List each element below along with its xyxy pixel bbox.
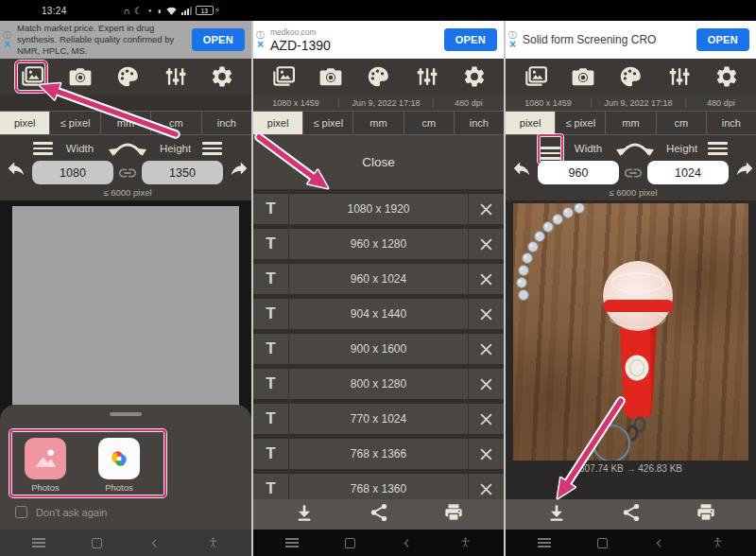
text-tool-icon[interactable]: T	[253, 229, 289, 259]
close-presets-button[interactable]: Close	[253, 135, 504, 189]
tab-lte-pixel[interactable]: ≤ pixel	[555, 112, 605, 134]
app-choice-gallery-photos[interactable]: Photos	[23, 438, 68, 493]
width-input[interactable]	[538, 161, 619, 184]
swap-dimensions-icon[interactable]	[613, 139, 657, 158]
tab-cm[interactable]: cm	[150, 112, 200, 134]
nav-menu-icon[interactable]	[32, 538, 45, 547]
tab-inch[interactable]: inch	[454, 112, 504, 134]
palette-icon[interactable]	[616, 62, 644, 91]
ad-open-button[interactable]: OPEN	[696, 28, 749, 51]
ad-close-icon[interactable]: ×	[257, 40, 264, 49]
settings-gear-icon[interactable]	[713, 62, 741, 91]
settings-gear-icon[interactable]	[208, 62, 236, 91]
height-input[interactable]	[142, 161, 223, 184]
resolution-row[interactable]: T 900 x 1600	[253, 334, 504, 364]
tab-pixel[interactable]: pixel	[0, 112, 49, 134]
text-tool-icon[interactable]: T	[253, 194, 289, 224]
redo-icon[interactable]	[223, 158, 255, 179]
resolution-label[interactable]: 904 x 1440	[289, 299, 468, 329]
nav-back-icon[interactable]	[653, 537, 665, 549]
text-tool-icon[interactable]: T	[253, 299, 289, 329]
delete-preset-icon[interactable]	[468, 404, 504, 434]
resolution-row[interactable]: T 904 x 1440	[253, 299, 504, 329]
share-icon[interactable]	[369, 502, 389, 527]
adjust-sliders-icon[interactable]	[664, 62, 693, 91]
settings-gear-icon[interactable]	[460, 62, 489, 91]
nav-recents-icon[interactable]	[597, 538, 608, 548]
download-icon[interactable]	[294, 502, 315, 527]
width-presets-menu-icon[interactable]	[32, 140, 54, 157]
ad-title[interactable]: AZD-1390	[270, 38, 441, 53]
ad-text[interactable]: Match market price. Expert in drug synth…	[17, 23, 189, 57]
link-aspect-icon[interactable]	[623, 163, 644, 183]
nav-back-icon[interactable]	[401, 537, 413, 549]
redo-icon[interactable]	[729, 158, 756, 179]
resolution-label[interactable]: 900 x 1600	[289, 334, 468, 364]
tab-inch[interactable]: inch	[201, 112, 251, 134]
sheet-drag-handle[interactable]	[110, 412, 142, 416]
adjust-sliders-icon[interactable]	[412, 62, 440, 91]
tab-pixel[interactable]: pixel	[506, 112, 555, 134]
text-tool-icon[interactable]: T	[253, 439, 289, 469]
resolution-row[interactable]: T 770 x 1024	[253, 404, 504, 434]
delete-preset-icon[interactable]	[468, 194, 504, 224]
link-aspect-icon[interactable]	[117, 163, 138, 183]
gallery-icon[interactable]	[268, 62, 297, 91]
undo-icon[interactable]	[0, 158, 32, 179]
app-choice-google-photos[interactable]: Photos	[96, 438, 142, 493]
tab-mm[interactable]: mm	[100, 112, 150, 134]
height-presets-menu-icon[interactable]	[201, 140, 223, 157]
nav-accessibility-icon[interactable]	[207, 536, 219, 549]
tab-lte-pixel[interactable]: ≤ pixel	[49, 112, 99, 134]
resolution-row[interactable]: T 960 x 1280	[253, 229, 504, 259]
share-icon[interactable]	[621, 502, 642, 527]
resolution-row[interactable]: T 800 x 1280	[253, 369, 504, 399]
delete-preset-icon[interactable]	[468, 299, 504, 329]
resolution-label[interactable]: 960 x 1024	[289, 264, 468, 294]
width-input[interactable]	[32, 161, 113, 184]
resolution-label[interactable]: 1080 x 1920	[289, 194, 468, 224]
delete-preset-icon[interactable]	[468, 369, 504, 399]
ad-open-button[interactable]: OPEN	[444, 28, 497, 51]
resolution-row[interactable]: T 768 x 1360	[253, 474, 504, 499]
gallery-icon[interactable]	[521, 62, 549, 91]
camera-icon[interactable]	[66, 62, 94, 91]
tab-inch[interactable]: inch	[706, 112, 756, 134]
text-tool-icon[interactable]: T	[253, 404, 289, 434]
text-tool-icon[interactable]: T	[253, 334, 289, 364]
tab-lte-pixel[interactable]: ≤ pixel	[302, 112, 352, 134]
swap-dimensions-icon[interactable]	[106, 139, 149, 158]
nav-back-icon[interactable]	[148, 537, 161, 549]
resolution-row[interactable]: T 960 x 1024	[253, 264, 504, 294]
gallery-icon[interactable]	[17, 62, 45, 91]
ad-domain[interactable]: medkoo.com	[270, 27, 441, 37]
delete-preset-icon[interactable]	[468, 264, 504, 294]
resolution-label[interactable]: 768 x 1360	[289, 474, 468, 499]
palette-icon[interactable]	[113, 62, 142, 91]
print-icon[interactable]	[696, 502, 716, 527]
ad-title[interactable]: Solid form Screening CRO	[523, 33, 694, 46]
nav-recents-icon[interactable]	[345, 538, 355, 548]
camera-icon[interactable]	[569, 62, 597, 91]
delete-preset-icon[interactable]	[468, 474, 504, 499]
tab-pixel[interactable]: pixel	[253, 112, 302, 134]
tab-mm[interactable]: mm	[605, 112, 655, 134]
camera-icon[interactable]	[317, 62, 345, 91]
text-tool-icon[interactable]: T	[253, 369, 289, 399]
delete-preset-icon[interactable]	[468, 439, 504, 469]
tab-cm[interactable]: cm	[404, 112, 454, 134]
adjust-sliders-icon[interactable]	[161, 62, 189, 91]
width-presets-menu-icon[interactable]	[540, 145, 561, 162]
delete-preset-icon[interactable]	[468, 229, 504, 259]
resolution-label[interactable]: 770 x 1024	[289, 404, 468, 434]
ad-close-icon[interactable]: ×	[509, 40, 516, 49]
nav-recents-icon[interactable]	[92, 538, 102, 548]
nav-menu-icon[interactable]	[538, 538, 551, 547]
dont-ask-checkbox[interactable]	[15, 506, 27, 518]
resolution-label[interactable]: 960 x 1280	[289, 229, 468, 259]
ad-open-button[interactable]: OPEN	[192, 28, 245, 51]
nav-accessibility-icon[interactable]	[712, 536, 724, 549]
ad-close-icon[interactable]: ×	[4, 40, 10, 49]
resolution-label[interactable]: 800 x 1280	[289, 369, 468, 399]
undo-icon[interactable]	[506, 158, 538, 179]
